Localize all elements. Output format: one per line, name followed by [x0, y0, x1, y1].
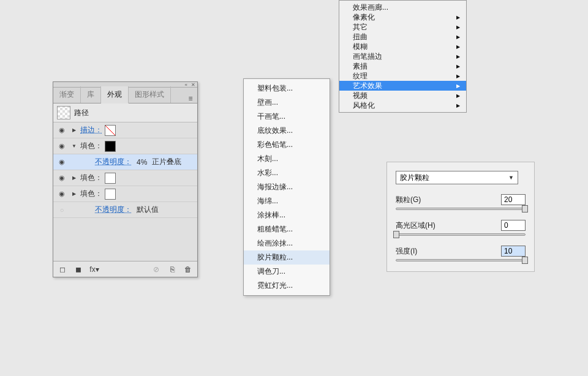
visibility-icon[interactable]: ◉: [56, 125, 68, 136]
fill-swatch[interactable]: [105, 189, 116, 200]
slider-label: 颗粒(G): [396, 195, 421, 205]
submenu-item[interactable]: 水彩...: [244, 166, 330, 180]
panel-object-header[interactable]: 路径: [53, 103, 197, 122]
chevron-down-icon: ▼: [508, 175, 514, 181]
appearance-row-list: ◉ ▶ 描边： ◉ ▼ 填色： ◉ 不透明度： 4% 正片叠底 ◉ ▶ 填色：: [53, 122, 197, 218]
visibility-icon[interactable]: ◉: [56, 157, 68, 168]
slider-value-input[interactable]: [501, 194, 526, 205]
effect-category-menu[interactable]: 效果画廊...像素化▶其它▶扭曲▶模糊▶画笔描边▶素描▶纹理▶艺术效果▶视频▶风…: [339, 0, 467, 113]
opacity-label[interactable]: 不透明度：: [95, 205, 132, 215]
slider-label: 高光区域(H): [396, 220, 435, 231]
panel-footer: ◻ ◼ fx▾ ⊘ ⎘ 🗑: [53, 261, 197, 277]
submenu-item[interactable]: 霓虹灯光...: [244, 279, 330, 293]
submenu-arrow-icon: ▶: [456, 54, 460, 59]
submenu-item[interactable]: 调色刀...: [244, 265, 330, 279]
slider-thumb[interactable]: [522, 257, 528, 264]
fill-swatch[interactable]: [105, 141, 116, 152]
slider-row: 强度(I): [396, 246, 526, 261]
menu-item[interactable]: 模糊▶: [339, 42, 466, 51]
visibility-icon[interactable]: ◉: [56, 141, 68, 152]
disclosure-icon[interactable]: ▶: [70, 191, 78, 197]
stroke-label[interactable]: 描边：: [80, 125, 102, 135]
submenu-item[interactable]: 壁画...: [244, 96, 330, 110]
menu-item[interactable]: 其它▶: [339, 22, 466, 32]
tab-gradient[interactable]: 渐变: [53, 86, 81, 103]
opacity-label[interactable]: 不透明度：: [95, 157, 132, 167]
panel-tabs: 渐变 库 外观 图形样式 ≡: [53, 88, 197, 103]
slider-track[interactable]: [396, 259, 526, 261]
submenu-item[interactable]: 海报边缘...: [244, 180, 330, 194]
submenu-item[interactable]: 底纹效果...: [244, 124, 330, 138]
new-fill-icon[interactable]: ◼: [73, 265, 84, 274]
slider-value-input[interactable]: [501, 246, 526, 257]
fill-swatch[interactable]: [105, 173, 116, 184]
submenu-arrow-icon: ▶: [456, 73, 460, 79]
submenu-item[interactable]: 塑料包装...: [244, 81, 330, 96]
opacity-row[interactable]: ◉ 不透明度： 4% 正片叠底: [53, 154, 197, 170]
fill-row[interactable]: ◉ ▶ 填色：: [53, 170, 197, 186]
slider-track[interactable]: [396, 208, 526, 210]
submenu-arrow-icon: ▶: [456, 93, 460, 99]
disclosure-icon[interactable]: ▼: [70, 143, 78, 149]
clear-appearance-icon[interactable]: ⊘: [151, 265, 162, 274]
slider-row: 颗粒(G): [396, 194, 526, 210]
slider-label: 强度(I): [396, 246, 417, 257]
new-stroke-icon[interactable]: ◻: [57, 265, 68, 274]
submenu-arrow-icon: ▶: [456, 34, 460, 40]
fill-label: 填色：: [80, 189, 102, 199]
effect-type-dropdown[interactable]: 胶片颗粒 ▼: [396, 171, 518, 184]
appearance-panel: « ✕ 渐变 库 外观 图形样式 ≡ 路径 ◉ ▶ 描边： ◉ ▼ 填色： ◉: [53, 81, 198, 277]
effect-controls-panel: 胶片颗粒 ▼ 颗粒(G)高光区域(H)强度(I): [386, 162, 535, 272]
disclosure-icon[interactable]: ▶: [70, 127, 78, 133]
menu-item[interactable]: 素描▶: [339, 61, 466, 71]
menu-item[interactable]: 效果画廊...: [339, 2, 466, 12]
menu-item[interactable]: 视频▶: [339, 91, 466, 100]
submenu-arrow-icon: ▶: [456, 24, 460, 30]
panel-menu-icon[interactable]: ≡: [184, 94, 197, 103]
submenu-arrow-icon: ▶: [456, 44, 460, 50]
submenu-item[interactable]: 粗糙蜡笔...: [244, 222, 330, 236]
menu-item[interactable]: 风格化▶: [339, 100, 466, 110]
menu-item[interactable]: 画笔描边▶: [339, 51, 466, 61]
fill-row[interactable]: ◉ ▼ 填色：: [53, 138, 197, 154]
visibility-icon[interactable]: ○: [56, 205, 68, 216]
add-effect-icon[interactable]: fx▾: [89, 265, 100, 274]
disclosure-icon[interactable]: ▶: [70, 175, 78, 181]
fill-label: 填色：: [80, 141, 102, 151]
submenu-item[interactable]: 海绵...: [244, 194, 330, 208]
submenu-arrow-icon: ▶: [456, 64, 460, 69]
menu-item[interactable]: 像素化▶: [339, 12, 466, 22]
collapse-icon[interactable]: «: [183, 82, 189, 88]
visibility-icon[interactable]: ◉: [56, 173, 68, 184]
submenu-item[interactable]: 干画笔...: [244, 110, 330, 124]
stroke-swatch[interactable]: [105, 125, 116, 136]
trash-icon[interactable]: 🗑: [183, 265, 194, 274]
fill-row[interactable]: ◉ ▶ 填色：: [53, 186, 197, 202]
fill-label: 填色：: [80, 173, 102, 183]
stroke-row[interactable]: ◉ ▶ 描边：: [53, 122, 197, 138]
object-thumbnail-icon: [57, 106, 70, 119]
slider-track[interactable]: [396, 233, 526, 236]
menu-item[interactable]: 纹理▶: [339, 71, 466, 81]
submenu-item[interactable]: 绘画涂抹...: [244, 236, 330, 250]
submenu-item[interactable]: 彩色铅笔...: [244, 138, 330, 152]
submenu-arrow-icon: ▶: [456, 103, 460, 108]
object-title: 路径: [74, 108, 89, 118]
slider-value-input[interactable]: [501, 220, 526, 231]
tab-library[interactable]: 库: [81, 86, 101, 103]
close-icon[interactable]: ✕: [189, 82, 197, 88]
artistic-effects-submenu[interactable]: 塑料包装...壁画...干画笔...底纹效果...彩色铅笔...木刻...水彩.…: [243, 78, 330, 296]
duplicate-icon[interactable]: ⎘: [167, 265, 178, 274]
tab-appearance[interactable]: 外观: [101, 86, 129, 103]
menu-item[interactable]: 艺术效果▶: [339, 81, 466, 91]
submenu-item[interactable]: 涂抹棒...: [244, 208, 330, 222]
tab-graphic-styles[interactable]: 图形样式: [129, 86, 171, 103]
submenu-item[interactable]: 胶片颗粒...: [244, 250, 330, 265]
submenu-arrow-icon: ▶: [456, 15, 460, 20]
submenu-item[interactable]: 木刻...: [244, 152, 330, 166]
opacity-row-default[interactable]: ○ 不透明度： 默认值: [53, 202, 197, 218]
slider-thumb[interactable]: [522, 205, 528, 212]
visibility-icon[interactable]: ◉: [56, 189, 68, 200]
slider-thumb[interactable]: [393, 231, 399, 238]
menu-item[interactable]: 扭曲▶: [339, 32, 466, 42]
